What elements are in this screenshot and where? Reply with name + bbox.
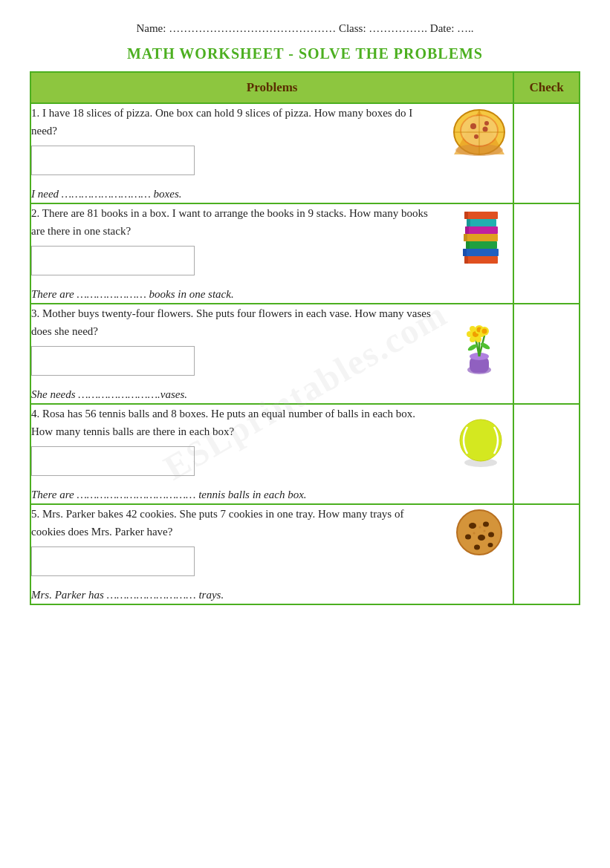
svg-point-54 (478, 535, 485, 541)
problem-5-answer-line: Mrs. Parker has ……………………… trays. (31, 589, 224, 605)
problem-1-cell: 1. I have 18 slices of pizza. One box ca… (30, 103, 513, 203)
problem-2-cell: 2. There are 81 books in a box. I want t… (30, 203, 513, 304)
table-row: 1. I have 18 slices of pizza. One box ca… (30, 103, 580, 203)
svg-point-52 (483, 522, 489, 527)
svg-point-6 (470, 123, 476, 129)
problem-2-check (513, 203, 580, 304)
svg-rect-13 (463, 249, 499, 256)
problem-5-cell: 5. Mrs. Parker bakes 42 cookies. She put… (30, 504, 513, 604)
problem-1-content: 1. I have 18 slices of pizza. One box ca… (31, 104, 513, 203)
problem-3-answer-box[interactable] (31, 346, 195, 376)
svg-rect-20 (463, 249, 467, 256)
problem-3-cell: 3. Mother buys twenty-four flowers. She … (30, 304, 513, 404)
table-row: 3. Mother buys twenty-four flowers. She … (30, 304, 580, 404)
svg-rect-12 (464, 256, 498, 264)
problem-5-check (513, 504, 580, 604)
problem-4-content: 4. Rosa has 56 tennis balls and 8 boxes.… (31, 405, 513, 503)
svg-point-41 (476, 336, 481, 342)
problem-3-text: 3. Mother buys twenty-four flowers. She … (31, 307, 431, 337)
problem-3-content: 3. Mother buys twenty-four flowers. She … (31, 304, 513, 403)
svg-point-8 (474, 134, 478, 139)
svg-rect-22 (464, 234, 467, 241)
problem-2-text: 2. There are 81 books in a box. I want t… (31, 207, 428, 237)
problem-4-image (446, 405, 513, 468)
table-row: 5. Mrs. Parker bakes 42 cookies. She put… (30, 504, 580, 604)
svg-point-36 (467, 331, 473, 337)
pizza-icon (450, 104, 509, 160)
table-header: Problems Check (30, 72, 580, 103)
problem-4-check (513, 404, 580, 504)
svg-point-60 (478, 526, 481, 529)
class-label: Class: ……………. (339, 22, 427, 34)
svg-rect-17 (467, 219, 496, 226)
problem-1-answer-box[interactable] (31, 146, 195, 175)
problem-2-image (446, 204, 513, 271)
problem-5-content: 5. Mrs. Parker bakes 42 cookies. She put… (31, 505, 513, 604)
problem-2-answer-box[interactable] (31, 246, 195, 275)
svg-point-56 (474, 545, 480, 550)
svg-point-45 (482, 329, 487, 334)
svg-rect-19 (464, 256, 468, 264)
svg-point-51 (469, 523, 476, 529)
svg-point-58 (473, 532, 475, 535)
svg-point-57 (487, 543, 493, 547)
problem-4-text: 4. Rosa has 56 tennis balls and 8 boxes.… (31, 408, 415, 437)
name-label: Name: ……………………………………… (136, 22, 336, 34)
header-line: Name: ……………………………………… Class: ……………. Date… (30, 22, 580, 35)
problem-5-image (446, 505, 513, 561)
problem-5-answer-box[interactable] (31, 546, 195, 576)
problem-4-answer-box[interactable] (31, 446, 195, 476)
problem-4-answer-line: There are ……………………………… tennis balls in e… (31, 489, 307, 505)
problem-3-check (513, 304, 580, 404)
problem-3-image (446, 304, 513, 379)
worksheet-table: Problems Check 1. I have 18 slices of pi… (30, 71, 580, 605)
page-title: MATH WORKSHEET - SOLVE THE PROBLEMS (30, 45, 580, 62)
svg-point-59 (483, 530, 485, 532)
problem-1-image (446, 104, 513, 160)
problem-3-answer-line: She needs …………………….vases. (31, 388, 187, 405)
date-label: Date: ….. (430, 22, 474, 34)
svg-rect-21 (466, 241, 470, 249)
svg-rect-14 (466, 241, 497, 249)
cookie-icon (452, 505, 507, 561)
problem-2-answer-line: There are ………………… books in one stack. (31, 288, 234, 304)
svg-point-9 (484, 121, 489, 125)
table-row: 4. Rosa has 56 tennis balls and 8 boxes.… (30, 404, 580, 504)
svg-point-53 (465, 535, 471, 540)
svg-rect-24 (467, 219, 470, 226)
flowers-icon (453, 304, 505, 379)
svg-point-55 (488, 532, 494, 538)
books-icon (450, 204, 509, 271)
problem-4-cell: 4. Rosa has 56 tennis balls and 8 boxes.… (30, 404, 513, 504)
svg-point-7 (483, 127, 488, 132)
table-row: 2. There are 81 books in a box. I want t… (30, 203, 580, 304)
svg-rect-18 (464, 212, 498, 219)
svg-rect-25 (464, 212, 468, 219)
problem-1-text: 1. I have 18 slices of pizza. One box ca… (31, 107, 412, 137)
svg-point-40 (470, 336, 476, 342)
check-header: Check (513, 72, 580, 103)
tennis-ball-icon (450, 405, 509, 468)
problems-header: Problems (30, 72, 513, 103)
svg-rect-15 (464, 234, 498, 241)
problem-2-content: 2. There are 81 books in a box. I want t… (31, 204, 513, 303)
problem-1-check (513, 103, 580, 203)
svg-rect-16 (465, 226, 498, 234)
svg-rect-23 (465, 226, 469, 234)
svg-point-38 (470, 326, 476, 332)
problem-5-text: 5. Mrs. Parker bakes 42 cookies. She put… (31, 508, 403, 538)
problem-1-answer-line: I need ……………………… boxes. (31, 188, 182, 204)
